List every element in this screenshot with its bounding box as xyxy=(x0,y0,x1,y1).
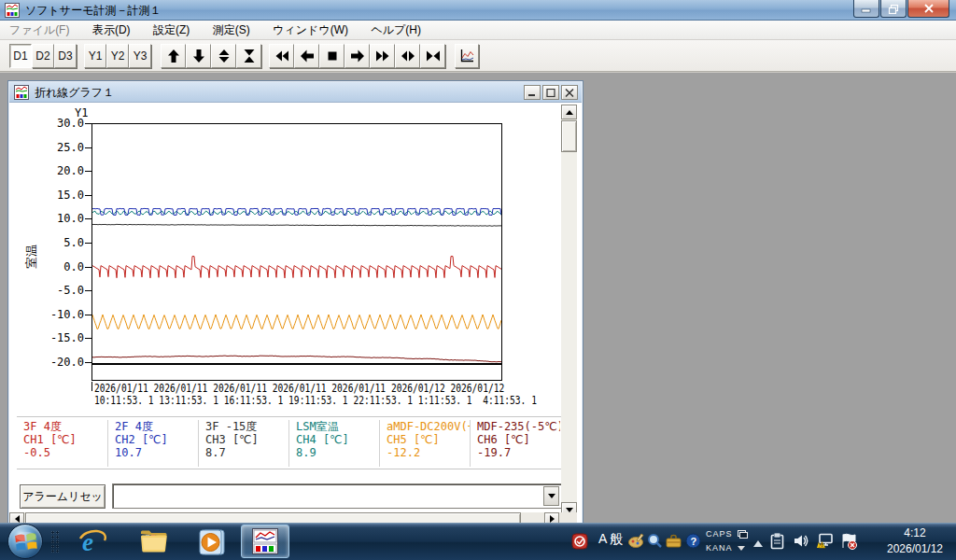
graph-body: Y1 室温 30.025.020.015.010.05.00.0-5.0-10.… xyxy=(9,103,582,523)
ime-input-mode[interactable]: A xyxy=(598,531,607,546)
scroll-up-button[interactable] xyxy=(161,44,186,68)
toolbar: D1 D2 D3 Y1 Y2 Y3 xyxy=(0,40,956,72)
channel-legend-3: 3F -15度CH3 [℃]8.7 xyxy=(198,420,288,467)
expand-vertical-icon xyxy=(217,49,232,63)
kana-dropdown-icon xyxy=(738,546,745,551)
menu-measure[interactable]: 測定(S) xyxy=(204,21,260,40)
minimize-icon[interactable] xyxy=(853,0,879,18)
taskbar-clock[interactable]: 4:12 2026/01/12 xyxy=(879,525,950,557)
d3-button[interactable]: D3 xyxy=(54,44,77,68)
compress-vertical-button[interactable] xyxy=(236,44,261,68)
svg-text:!: ! xyxy=(821,542,822,548)
menu-bar: ファイル(F) 表示(D) 設定(Z) 測定(S) ウィンドウ(W) ヘルプ(H… xyxy=(0,21,956,40)
y-axis-tick-label: 30.0 xyxy=(28,117,84,130)
clipboard-tray-icon[interactable] xyxy=(769,533,785,553)
step-back-button[interactable] xyxy=(294,44,319,68)
y3-button[interactable]: Y3 xyxy=(129,44,151,68)
y1-button[interactable]: Y1 xyxy=(84,44,106,68)
ime-pad-search-icon[interactable] xyxy=(647,533,663,552)
windows-logo-icon xyxy=(14,530,38,554)
vertical-scrollbar[interactable] xyxy=(561,105,577,517)
menu-window[interactable]: ウィンドウ(W) xyxy=(263,21,358,40)
clock-date: 2026/01/12 xyxy=(879,541,950,557)
up-arrow-icon xyxy=(166,49,181,63)
graph-settings-button[interactable] xyxy=(455,44,479,68)
menu-view[interactable]: 表示(D) xyxy=(83,21,140,40)
child-minimize-icon[interactable] xyxy=(524,85,541,100)
graph-window-titlebar: 折れ線グラフ１ xyxy=(9,82,582,103)
scrollbar-up-icon[interactable] xyxy=(561,105,577,119)
kana-indicator: KANA xyxy=(706,541,733,555)
horizontal-scrollbar-thumb[interactable] xyxy=(25,512,521,523)
channel-legend-5: aMDF-DC200V(+7CH5 [℃]-12.2 xyxy=(379,420,470,467)
window-title: ソフトサーモ計測－計測１ xyxy=(25,0,161,21)
channel-name: LSM室温 xyxy=(296,420,379,433)
x-axis-times: 10:11:53. 1 13:11:53. 1 16:11:53. 1 19:1… xyxy=(94,394,537,407)
network-icon[interactable]: ! xyxy=(816,533,835,553)
menu-file[interactable]: ファイル(F) xyxy=(0,21,78,40)
scrollbar-left-icon[interactable] xyxy=(9,512,24,523)
stop-button[interactable] xyxy=(319,44,344,68)
internet-explorer-icon[interactable]: e xyxy=(78,528,106,560)
d2-button[interactable]: D2 xyxy=(32,44,54,68)
scrollbar-corner xyxy=(560,512,577,523)
vertical-scrollbar-thumb[interactable] xyxy=(561,120,577,152)
combo-dropdown-icon[interactable] xyxy=(543,486,559,506)
close-icon[interactable] xyxy=(907,0,949,18)
channel-value: -19.7 xyxy=(477,446,560,459)
alarm-reset-button[interactable]: アラームリセット xyxy=(20,484,105,509)
start-button[interactable] xyxy=(7,524,43,559)
ime-dictionary-tool-icon[interactable] xyxy=(666,533,682,552)
action-center-flag-icon[interactable] xyxy=(839,533,858,553)
rewind-icon xyxy=(274,49,289,63)
rewind-button[interactable] xyxy=(269,44,294,68)
channel-value: 8.7 xyxy=(205,446,288,459)
menu-settings[interactable]: 設定(Z) xyxy=(144,21,199,40)
measurement-app-icon xyxy=(252,528,278,554)
menu-help[interactable]: ヘルプ(H) xyxy=(361,21,430,40)
channel-legend-6: MDF-235(-5℃)CH6 [℃]-19.7 xyxy=(470,420,560,467)
taskbar-active-app-button[interactable] xyxy=(241,525,289,558)
channel-name: aMDF-DC200V(+7 xyxy=(387,420,470,433)
channel-id: CH5 [℃] xyxy=(387,433,470,446)
scrollbar-right-icon[interactable] xyxy=(544,512,559,523)
down-arrow-icon xyxy=(191,49,206,63)
caps-indicator: CAPS xyxy=(706,527,733,541)
d1-button[interactable]: D1 xyxy=(9,44,32,68)
ime-conversion-mode[interactable]: 般 xyxy=(610,531,623,548)
keyboard-indicator[interactable]: CAPS KANA xyxy=(706,527,748,555)
taskbar: e A 般 ? CAPS KANA xyxy=(0,523,956,560)
y2-button[interactable]: Y2 xyxy=(106,44,129,68)
channel-legend-4: LSM室温CH4 [℃]8.9 xyxy=(288,420,379,467)
child-maximize-icon[interactable] xyxy=(542,85,559,100)
horizontal-scrollbar[interactable] xyxy=(9,512,560,523)
scroll-down-button[interactable] xyxy=(186,44,211,68)
channel-id: CH6 [℃] xyxy=(477,433,560,446)
mdi-area: 折れ線グラフ１ Y1 室温 30.025.020.015.010.05.00.0… xyxy=(0,72,956,523)
fast-forward-button[interactable] xyxy=(370,44,395,68)
ime-tools-icon[interactable] xyxy=(628,533,644,552)
app-icon xyxy=(5,3,20,21)
restore-icon[interactable] xyxy=(880,0,907,18)
y-axis-tick-label: -20.0 xyxy=(28,356,84,369)
child-close-icon[interactable] xyxy=(561,85,578,100)
channel-value: 8.9 xyxy=(296,446,379,459)
step-forward-button[interactable] xyxy=(344,44,370,68)
ime-help-icon[interactable]: ? xyxy=(685,533,701,553)
expand-horizontal-button[interactable] xyxy=(395,44,420,68)
channel-legend-2: 2F 4度CH2 [℃]10.7 xyxy=(107,420,198,467)
channel-value: 10.7 xyxy=(115,446,198,459)
channel-name: 2F 4度 xyxy=(115,420,198,433)
file-explorer-icon[interactable] xyxy=(140,529,168,557)
volume-icon[interactable] xyxy=(793,533,809,553)
graph-window: 折れ線グラフ１ Y1 室温 30.025.020.015.010.05.00.0… xyxy=(7,80,583,525)
stop-icon xyxy=(325,49,340,63)
alarm-combo-box[interactable] xyxy=(112,483,562,509)
expand-vertical-button[interactable] xyxy=(211,44,236,68)
media-player-icon[interactable] xyxy=(198,528,226,560)
svg-text:?: ? xyxy=(691,536,697,547)
show-hidden-icons[interactable] xyxy=(752,536,764,553)
y-axis-tick-label: 15.0 xyxy=(28,189,84,202)
security-shield-icon[interactable] xyxy=(571,533,588,553)
compress-horizontal-button[interactable] xyxy=(420,44,445,68)
